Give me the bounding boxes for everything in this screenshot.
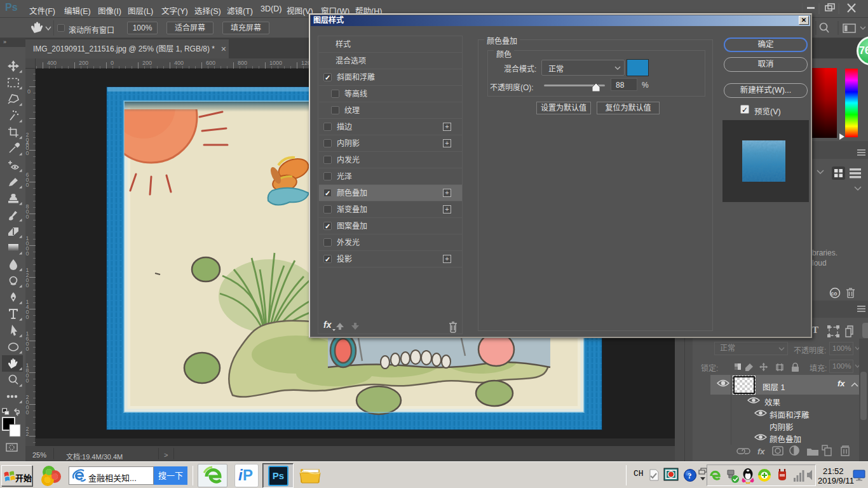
svg-text:600: 600 xyxy=(206,60,215,66)
svg-text:600: 600 xyxy=(25,172,31,187)
svg-text:0: 0 xyxy=(27,88,31,95)
svg-text:800: 800 xyxy=(25,203,31,219)
svg-text:200: 200 xyxy=(79,60,88,66)
svg-text:1600: 1600 xyxy=(25,330,31,351)
svg-text:?: ? xyxy=(688,471,692,480)
svg-text:400: 400 xyxy=(25,140,31,155)
svg-text:1400: 1400 xyxy=(25,299,31,319)
svg-text:1000: 1000 xyxy=(25,235,31,255)
svg-text:800: 800 xyxy=(238,60,247,66)
svg-text:1800: 1800 xyxy=(25,362,31,383)
svg-text:1000: 1000 xyxy=(269,60,282,66)
svg-text:400: 400 xyxy=(47,60,57,66)
svg-text:fx: fx xyxy=(323,320,332,330)
svg-text:1200: 1200 xyxy=(25,267,31,287)
svg-text:200: 200 xyxy=(142,60,152,66)
svg-text:2000: 2000 xyxy=(25,394,31,414)
svg-text:0: 0 xyxy=(111,60,114,66)
svg-text:400: 400 xyxy=(174,60,184,66)
svg-text:fx: fx xyxy=(757,447,765,456)
svg-text:22: 22 xyxy=(25,426,31,436)
svg-text:co: co xyxy=(831,290,837,297)
